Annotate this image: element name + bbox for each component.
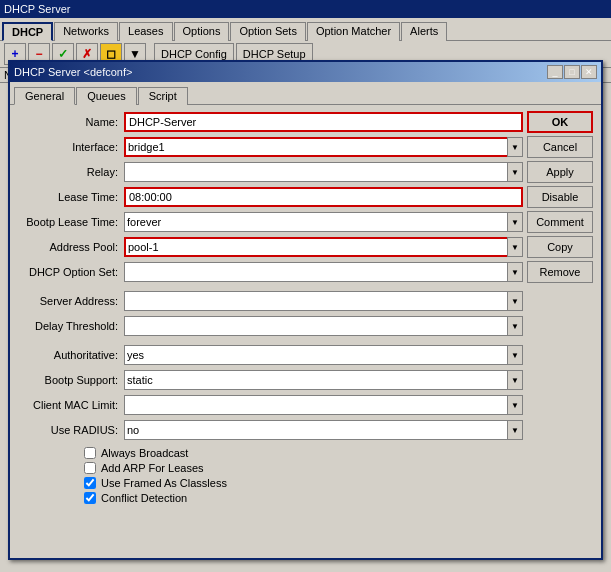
dialog-tabs: General Queues Script [10,82,601,105]
authoritative-label: Authoritative: [14,349,124,361]
dialog-disable-button[interactable]: Disable [527,186,593,208]
ok-button[interactable]: OK [527,111,593,133]
dialog-minimize-button[interactable]: _ [547,65,563,79]
client-mac-limit-row: Client MAC Limit: ▼ [14,394,523,416]
relay-select[interactable] [124,162,523,182]
client-mac-limit-label: Client MAC Limit: [14,399,124,411]
dhcp-option-set-select[interactable] [124,262,523,282]
server-address-select[interactable] [124,291,523,311]
always-broadcast-checkbox[interactable] [84,447,96,459]
interface-label: Interface: [14,141,124,153]
interface-select-wrapper: bridge1 ▼ [124,137,523,157]
delay-threshold-wrapper: ▼ [124,316,523,336]
server-address-wrapper: ▼ [124,291,523,311]
authoritative-select[interactable]: yes no [124,345,523,365]
add-arp-checkbox[interactable] [84,462,96,474]
dialog-buttons: OK Cancel Apply Disable Comment Copy Rem… [527,111,597,535]
dialog-tab-queues[interactable]: Queues [76,87,137,105]
conflict-detection-checkbox[interactable] [84,492,96,504]
checkboxes-section: Always Broadcast Add ARP For Leases Use … [14,447,523,504]
title-text: DHCP Server [4,3,70,15]
authoritative-wrapper: yes no ▼ [124,345,523,365]
tab-leases[interactable]: Leases [119,22,172,41]
dialog-title-buttons: _ □ ✕ [547,65,597,79]
address-pool-select-wrapper: pool-1 ▼ [124,237,523,257]
always-broadcast-row: Always Broadcast [84,447,523,459]
name-label: Name: [14,116,124,128]
use-radius-select[interactable]: no yes [124,420,523,440]
bootp-lease-time-select[interactable]: forever [124,212,523,232]
dialog-title-bar: DHCP Server <defconf> _ □ ✕ [10,62,601,82]
client-mac-limit-select[interactable] [124,395,523,415]
bootp-support-select[interactable]: static [124,370,523,390]
relay-label: Relay: [14,166,124,178]
main-tabs: DHCP Networks Leases Options Option Sets… [0,18,611,41]
dialog-maximize-button[interactable]: □ [564,65,580,79]
add-arp-row: Add ARP For Leases [84,462,523,474]
server-address-row: Server Address: ▼ [14,290,523,312]
delay-threshold-row: Delay Threshold: ▼ [14,315,523,337]
server-address-label: Server Address: [14,295,124,307]
bootp-lease-time-wrapper: forever ▼ [124,212,523,232]
dhcp-option-set-wrapper: ▼ [124,262,523,282]
tab-option-matcher[interactable]: Option Matcher [307,22,400,41]
title-bar: DHCP Server [0,0,611,18]
tab-networks[interactable]: Networks [54,22,118,41]
address-pool-label: Address Pool: [14,241,124,253]
name-input[interactable] [124,112,523,132]
use-framed-checkbox[interactable] [84,477,96,489]
address-pool-row: Address Pool: pool-1 ▼ [14,236,523,258]
client-mac-limit-wrapper: ▼ [124,395,523,415]
dialog-remove-button[interactable]: Remove [527,261,593,283]
dialog-close-button[interactable]: ✕ [581,65,597,79]
use-radius-wrapper: no yes ▼ [124,420,523,440]
use-radius-label: Use RADIUS: [14,424,124,436]
dialog-cancel-button[interactable]: Cancel [527,136,593,158]
bootp-support-label: Bootp Support: [14,374,124,386]
dialog-form: Name: Interface: bridge1 ▼ Relay: [14,111,527,535]
bootp-support-wrapper: static ▼ [124,370,523,390]
bootp-lease-time-label: Bootp Lease Time: [14,216,124,228]
tab-option-sets[interactable]: Option Sets [230,22,305,41]
dhcp-server-dialog: DHCP Server <defconf> _ □ ✕ General Queu… [8,60,603,560]
delay-threshold-label: Delay Threshold: [14,320,124,332]
add-arp-label: Add ARP For Leases [101,462,204,474]
use-radius-row: Use RADIUS: no yes ▼ [14,419,523,441]
dhcp-option-set-label: DHCP Option Set: [14,266,124,278]
tab-options[interactable]: Options [174,22,230,41]
bootp-lease-time-row: Bootp Lease Time: forever ▼ [14,211,523,233]
conflict-detection-row: Conflict Detection [84,492,523,504]
interface-select[interactable]: bridge1 [124,137,523,157]
address-pool-select[interactable]: pool-1 [124,237,523,257]
lease-time-row: Lease Time: [14,186,523,208]
relay-select-wrapper: ▼ [124,162,523,182]
dialog-comment-button[interactable]: Comment [527,211,593,233]
lease-time-label: Lease Time: [14,191,124,203]
always-broadcast-label: Always Broadcast [101,447,188,459]
authoritative-row: Authoritative: yes no ▼ [14,344,523,366]
conflict-detection-label: Conflict Detection [101,492,187,504]
bootp-support-row: Bootp Support: static ▼ [14,369,523,391]
tab-alerts[interactable]: Alerts [401,22,447,41]
dialog-title-text: DHCP Server <defconf> [14,66,132,78]
lease-time-input[interactable] [124,187,523,207]
use-framed-row: Use Framed As Classless [84,477,523,489]
relay-row: Relay: ▼ [14,161,523,183]
dialog-content: Name: Interface: bridge1 ▼ Relay: [10,105,601,541]
use-framed-label: Use Framed As Classless [101,477,227,489]
delay-threshold-select[interactable] [124,316,523,336]
dialog-tab-script[interactable]: Script [138,87,188,105]
tab-dhcp[interactable]: DHCP [2,22,53,41]
interface-row: Interface: bridge1 ▼ [14,136,523,158]
dhcp-option-set-row: DHCP Option Set: ▼ [14,261,523,283]
dialog-tab-general[interactable]: General [14,87,75,105]
dialog-copy-button[interactable]: Copy [527,236,593,258]
dialog-apply-button[interactable]: Apply [527,161,593,183]
name-row: Name: [14,111,523,133]
